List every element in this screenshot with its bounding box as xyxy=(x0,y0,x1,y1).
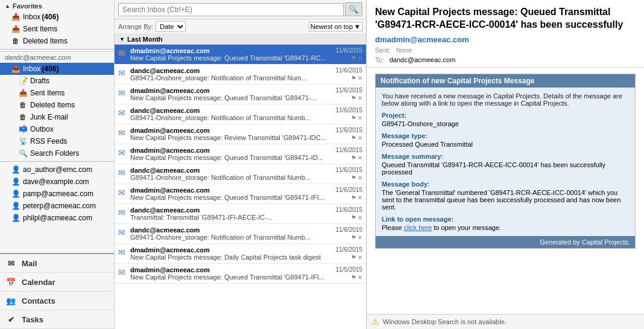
email-item[interactable]: ✉ dandc@acmeeac.com G89471-Onshore_stora… xyxy=(115,224,366,244)
email-actions: ⚑ ✕ xyxy=(350,254,362,261)
search-input[interactable] xyxy=(118,3,344,16)
flag-button[interactable]: ⚑ xyxy=(351,115,356,121)
junk-label: Junk E-mail xyxy=(30,113,68,121)
flag-button[interactable]: ⚑ xyxy=(351,274,356,281)
email-from: dmadmin@acmeeac.com xyxy=(130,47,326,54)
arrange-select[interactable]: Date xyxy=(156,21,186,32)
email-item[interactable]: ✉ dmadmin@acmeeac.com New Capital Projec… xyxy=(115,144,366,164)
sidebar-item-mail[interactable]: ✉Mail xyxy=(0,254,114,273)
email-type-icon: ✉ xyxy=(118,68,128,78)
sidebar-item-other-account[interactable]: 👤pamp@acmeeac.com xyxy=(0,188,114,200)
account-header: dandc@acmeeac.com xyxy=(0,51,114,63)
favorites-label: Favorites xyxy=(13,2,42,10)
email-item[interactable]: ✉ dandc@acmeeac.com G89471-Onshore_stora… xyxy=(115,65,366,85)
email-type-icon: ✉ xyxy=(118,48,128,58)
arrange-bar: Arrange By: Date Newest on top ▼ xyxy=(115,19,366,34)
favorites-header[interactable]: ▲ Favorites xyxy=(0,0,114,11)
account-label: peterp@acmeeac.com xyxy=(23,202,96,210)
email-date: 11/5/2015 xyxy=(336,266,363,273)
flag-button[interactable]: ⚑ xyxy=(351,234,356,241)
reading-body: Notification of new Capital Projects Mes… xyxy=(367,68,644,314)
email-item[interactable]: ✉ dmadmin@acmeeac.com New Capital Projec… xyxy=(115,124,366,144)
delete-button[interactable]: ✕ xyxy=(358,254,362,261)
contacts-nav-icon: 👥 xyxy=(5,295,17,307)
sidebar-item-inbox-fav[interactable]: 📥 Inbox (406) xyxy=(0,11,114,23)
sent-fav-label: Sent Items xyxy=(23,25,57,33)
flag-button[interactable]: ⚑ xyxy=(351,174,356,181)
email-item[interactable]: ✉ dmadmin@acmeeac.com New Capital Projec… xyxy=(115,264,366,284)
delete-button[interactable]: ✕ xyxy=(358,95,362,101)
sidebar-item-tasks[interactable]: ✔Tasks xyxy=(0,310,114,329)
email-item[interactable]: ✉ dmadmin@acmeeac.com New Capital Projec… xyxy=(115,184,366,204)
sidebar-item-other-account[interactable]: 👤ao_author@emc.com xyxy=(0,164,114,176)
sidebar-item-other-account[interactable]: 👤philpl@acmeeac.com xyxy=(0,212,114,224)
sidebar-item-contacts[interactable]: 👥Contacts xyxy=(0,292,114,310)
sidebar-item-deleted-fav[interactable]: 🗑 Deleted Items xyxy=(0,35,114,47)
flag-button[interactable]: ⚑ xyxy=(351,135,356,141)
sidebar-item-junk[interactable]: 🗑 Junk E-mail xyxy=(0,111,114,123)
delete-button[interactable]: ✕ xyxy=(358,135,362,141)
sidebar-divider-1 xyxy=(0,49,114,50)
delete-button[interactable]: ✕ xyxy=(358,155,362,161)
account-label: ao_author@emc.com xyxy=(23,165,92,174)
email-meta: 11/6/2015 ⚑ ✕ xyxy=(326,67,362,81)
email-item[interactable]: ✉ dmadmin@acmeeac.com New Capital Projec… xyxy=(115,45,366,65)
delete-button[interactable]: ✕ xyxy=(358,214,362,221)
warning-icon: ⚠ xyxy=(371,317,379,327)
link-pre: Please xyxy=(382,224,404,231)
bottom-status: ⚠ Windows Desktop Search is not availabl… xyxy=(367,314,644,329)
account-icon: 👤 xyxy=(11,201,21,211)
flag-button[interactable]: ⚑ xyxy=(351,214,356,221)
sidebar-item-search-folders[interactable]: 🔍 Search Folders xyxy=(0,147,114,159)
delete-button[interactable]: ✕ xyxy=(358,274,362,281)
flag-button[interactable]: ⚑ xyxy=(351,95,356,101)
flag-button[interactable]: ⚑ xyxy=(351,55,356,62)
delete-button[interactable]: ✕ xyxy=(358,174,362,181)
email-item[interactable]: ✉ dandc@acmeeac.com G89471-Onshore_stora… xyxy=(115,104,366,124)
email-from: dandc@acmeeac.com xyxy=(130,67,326,74)
sidebar-item-sent-fav[interactable]: 📤 Sent Items xyxy=(0,23,114,35)
email-type-icon: ✉ xyxy=(118,208,128,217)
sent-label: Sent: xyxy=(375,46,391,54)
email-content: dmadmin@acmeeac.com New Capital Projects… xyxy=(130,187,326,201)
email-type-icon: ✉ xyxy=(118,248,128,257)
email-date: 11/6/2015 xyxy=(336,246,363,253)
email-content: dmadmin@acmeeac.com New Capital Projects… xyxy=(130,87,326,101)
outbox-icon: 📫 xyxy=(18,124,28,134)
sidebar-item-other-account[interactable]: 👤peterp@acmeeac.com xyxy=(0,200,114,212)
generated-bar: Generated by Capital Projects. xyxy=(376,236,635,248)
sidebar-item-deleted-account[interactable]: 🗑 Deleted Items xyxy=(0,99,114,111)
sidebar-item-inbox-account[interactable]: 📥 Inbox (406) xyxy=(0,63,114,75)
flag-button[interactable]: ⚑ xyxy=(351,194,356,201)
email-subject: New Capital Projects message: Queued Tra… xyxy=(130,194,326,201)
delete-button[interactable]: ✕ xyxy=(358,115,362,121)
email-content: dmadmin@acmeeac.com New Capital Projects… xyxy=(130,266,326,281)
delete-button[interactable]: ✕ xyxy=(358,55,362,62)
sidebar-item-drafts[interactable]: 📝 Drafts xyxy=(0,75,114,87)
click-here-link[interactable]: click here xyxy=(404,224,432,231)
email-actions: ⚑ ✕ xyxy=(350,55,362,62)
sidebar-item-rss[interactable]: 📡 RSS Feeds xyxy=(0,135,114,147)
delete-button[interactable]: ✕ xyxy=(358,234,362,241)
sidebar-item-sent-account[interactable]: 📤 Sent Items xyxy=(0,87,114,99)
delete-button[interactable]: ✕ xyxy=(358,194,362,201)
email-item[interactable]: ✉ dmadmin@acmeeac.com New Capital Projec… xyxy=(115,85,366,104)
flag-button[interactable]: ⚑ xyxy=(351,254,356,261)
delete-button[interactable]: ✕ xyxy=(358,75,362,81)
email-from: dandc@acmeeac.com xyxy=(130,206,326,214)
to-label: To: xyxy=(375,56,384,63)
link-post: to open your message. xyxy=(432,224,501,231)
search-button[interactable]: 🔍 xyxy=(345,2,362,16)
flag-button[interactable]: ⚑ xyxy=(351,75,356,81)
email-item[interactable]: ✉ dandc@acmeeac.com G89471-Onshore_stora… xyxy=(115,164,366,184)
email-actions: ⚑ ✕ xyxy=(350,274,362,281)
flag-button[interactable]: ⚑ xyxy=(351,155,356,161)
newest-select[interactable]: Newest on top ▼ xyxy=(309,22,362,31)
email-type-icon: ✉ xyxy=(118,228,128,237)
email-item[interactable]: ✉ dandc@acmeeac.com Transmittal: Transmi… xyxy=(115,204,366,224)
sidebar-item-other-account[interactable]: 👤dave@example.com xyxy=(0,176,114,188)
email-subject: G89471-Onshore_storage: Notification of … xyxy=(130,74,326,81)
sidebar-item-calendar[interactable]: 📅Calendar xyxy=(0,273,114,292)
sidebar-item-outbox[interactable]: 📫 Outbox xyxy=(0,123,114,135)
email-item[interactable]: ✉ dmadmin@acmeeac.com New Capital Projec… xyxy=(115,244,366,264)
